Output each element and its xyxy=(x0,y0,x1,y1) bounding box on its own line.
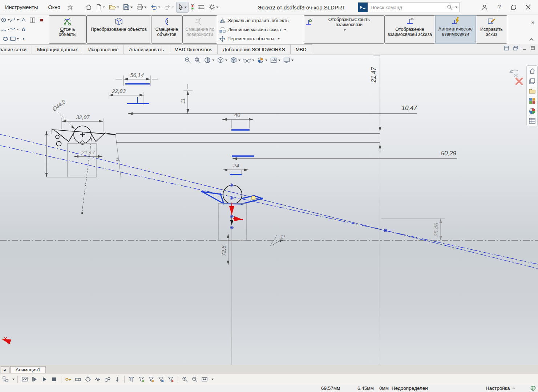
dimension-21-17[interactable]: 21,17 xyxy=(74,149,102,156)
move-entities-button[interactable]: Переместить объекты xyxy=(217,35,304,43)
dimension-50-29[interactable]: 50,29 xyxy=(232,150,457,159)
tab-grid-drawing[interactable]: вание сетки xyxy=(0,44,32,54)
convert-entities-button[interactable]: Преобразование объектов xyxy=(86,15,151,44)
custom-properties-tab-icon[interactable] xyxy=(529,118,536,124)
rectangle-tool-button[interactable] xyxy=(10,35,19,43)
graphics-area[interactable]: .dim{font:italic 15px "Liberation Sans",… xyxy=(0,54,538,365)
dimension-56-14[interactable]: 56,14 xyxy=(116,72,158,86)
tab-data-migration[interactable]: Миграция данных xyxy=(32,44,83,54)
filter-results-icon[interactable] xyxy=(167,375,175,383)
close-window-button[interactable] xyxy=(522,2,534,13)
filter-animation-icon[interactable] xyxy=(137,375,145,383)
construction-centerlines-blue[interactable] xyxy=(0,134,538,269)
select-tool-button[interactable] xyxy=(176,2,189,13)
gravity-icon[interactable] xyxy=(113,375,121,383)
drag-arrows[interactable] xyxy=(232,203,243,225)
ribbon-collapse-icon[interactable] xyxy=(529,38,533,42)
surface-offset-button[interactable]: Смещение по поверхности xyxy=(182,15,217,44)
motor-icon[interactable] xyxy=(84,375,92,383)
show-hide-relations-button[interactable]: Отобразить/Скрыть взаимосвязи xyxy=(304,15,384,44)
calculate-motion-icon[interactable] xyxy=(21,375,29,383)
resources-tab-icon[interactable] xyxy=(529,78,536,85)
zoom-area-icon[interactable] xyxy=(193,56,202,65)
settings-gear-button[interactable] xyxy=(207,2,220,13)
tab-mbd-dimensions[interactable]: MBD Dimensions xyxy=(169,44,218,54)
text-tool-button[interactable]: A xyxy=(21,25,25,33)
linear-pattern-button[interactable]: Линейный массив эскиза xyxy=(217,26,304,34)
dimension-1deg-right[interactable]: 1° xyxy=(270,234,285,246)
display-relations-button[interactable]: Отображение взаимосвязей эскиза xyxy=(384,15,435,44)
help-button[interactable]: ? xyxy=(493,2,505,13)
grid-tool-button[interactable] xyxy=(29,16,36,24)
design-library-tab-icon[interactable] xyxy=(529,88,536,94)
tab-mbd[interactable]: MBD xyxy=(290,44,312,54)
undo-button[interactable] xyxy=(149,2,162,13)
zoom-fit-time-icon[interactable] xyxy=(201,375,209,383)
offset-entities-button[interactable]: Смещение объектов xyxy=(151,15,182,44)
filter-driving-icon[interactable] xyxy=(147,375,155,383)
repair-sketch-button[interactable]: Исправить эскиз xyxy=(476,15,507,44)
dimension-22-83[interactable]: 22,83 xyxy=(109,88,149,105)
dimension-25-46[interactable]: 25,46 xyxy=(381,219,445,240)
long-edges[interactable] xyxy=(116,134,380,142)
redo-button[interactable] xyxy=(162,2,176,13)
ellipse-tool-button[interactable] xyxy=(2,35,9,43)
home-tab-icon[interactable] xyxy=(529,68,536,75)
dimension-10-47[interactable]: 10,47 xyxy=(128,105,417,114)
tangent-arc-tool-button[interactable] xyxy=(9,25,19,33)
zoom-out-time-icon[interactable] xyxy=(191,375,199,383)
dimension-24[interactable]: 24 xyxy=(223,162,248,175)
small-square-icon[interactable] xyxy=(40,16,44,24)
file-explorer-tab-icon[interactable] xyxy=(529,97,536,105)
stop-icon[interactable] xyxy=(50,375,58,383)
point-tool-button[interactable] xyxy=(22,35,25,43)
options-list-icon[interactable] xyxy=(197,2,206,13)
section-view-icon[interactable] xyxy=(203,56,215,65)
dimension-72-8[interactable]: 72,8 xyxy=(219,234,232,265)
trim-entities-button[interactable]: Отсечь объекты xyxy=(49,15,86,44)
filter-selected-icon[interactable] xyxy=(157,375,165,383)
dimension-21-47[interactable]: 21,47 xyxy=(370,55,380,152)
zoom-fit-icon[interactable] xyxy=(183,56,192,65)
status-settings-button[interactable]: Настройка xyxy=(486,385,515,391)
save-button[interactable] xyxy=(121,2,134,13)
open-document-button[interactable] xyxy=(107,2,121,13)
dimension-11[interactable]: 11 xyxy=(180,84,193,114)
tab-repair[interactable]: Исправление xyxy=(83,44,124,54)
new-document-button[interactable] xyxy=(94,2,107,13)
play-from-start-icon[interactable] xyxy=(31,375,39,383)
restore-window-button[interactable] xyxy=(507,2,520,13)
hide-show-items-icon[interactable] xyxy=(242,56,255,65)
command-search[interactable] xyxy=(358,2,460,12)
tab-evaluate[interactable]: Анализировать xyxy=(124,44,169,54)
spline-tool-button[interactable] xyxy=(9,16,19,24)
arc-tool-button[interactable] xyxy=(0,25,10,33)
spring-icon[interactable] xyxy=(94,375,102,383)
panel-minimize-icon[interactable] xyxy=(522,46,527,50)
sketch-tool-extra-button[interactable] xyxy=(21,16,27,24)
cancel-sketch-icon[interactable] xyxy=(515,77,523,86)
view-settings-icon[interactable] xyxy=(282,56,294,65)
animation-tab[interactable]: Анимация1 xyxy=(10,366,46,373)
ribbon-overflow-button[interactable]: » xyxy=(531,19,534,25)
pin-menu-icon[interactable] xyxy=(66,3,74,11)
mirror-entities-button[interactable]: Зеркально отразить объекты xyxy=(217,17,304,25)
search-icon[interactable] xyxy=(445,4,454,10)
camera-icon[interactable] xyxy=(74,375,82,383)
dimension-dia-44-2[interactable]: ∅44,2 xyxy=(51,98,75,129)
sketch-origin-marker[interactable] xyxy=(2,337,10,342)
search-input[interactable] xyxy=(368,5,445,10)
print-button[interactable] xyxy=(135,2,148,13)
appearances-tab-icon[interactable] xyxy=(529,107,536,115)
model-tab[interactable]: ы xyxy=(1,366,9,373)
menu-window[interactable]: Окно xyxy=(43,0,65,15)
auto-relations-button[interactable]: Автоматические взаимосвязи xyxy=(435,15,476,44)
display-style-icon[interactable] xyxy=(229,56,241,65)
home-button[interactable] xyxy=(84,2,94,13)
keyframe-icon[interactable] xyxy=(64,375,72,383)
account-avatar-icon[interactable] xyxy=(478,2,491,13)
dimension-32-07[interactable]: 32,07 xyxy=(62,114,103,131)
zoom-in-time-icon[interactable] xyxy=(181,375,189,383)
view-orientation-icon[interactable] xyxy=(216,56,228,65)
panel-float-icon[interactable] xyxy=(513,45,518,51)
